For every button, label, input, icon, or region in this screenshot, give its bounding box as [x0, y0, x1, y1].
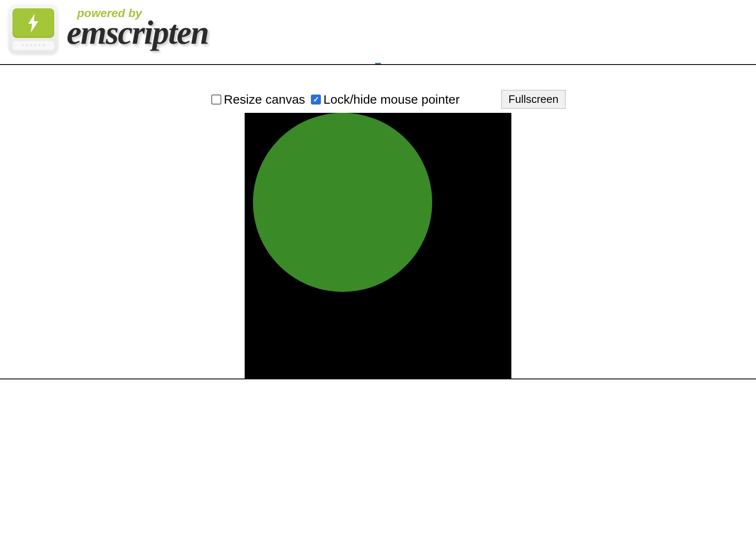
fullscreen-button[interactable]: Fullscreen [501, 90, 566, 109]
resize-canvas-label: Resize canvas [224, 92, 305, 107]
controls-bar: Resize canvas Lock/hide mouse pointer Fu… [190, 90, 566, 109]
resize-canvas-checkbox[interactable] [211, 95, 221, 105]
lock-pointer-control[interactable]: Lock/hide mouse pointer [311, 92, 460, 107]
canvas[interactable] [245, 113, 511, 379]
lock-pointer-label: Lock/hide mouse pointer [323, 92, 460, 107]
lightning-bolt-icon [26, 14, 41, 32]
center-link-anchor[interactable] [375, 63, 381, 64]
green-circle [253, 113, 432, 292]
emscripten-logo-icon [8, 4, 58, 54]
main-content: Resize canvas Lock/hide mouse pointer Fu… [0, 65, 756, 379]
logo-lightning-icon [13, 8, 54, 38]
resize-canvas-control[interactable]: Resize canvas [211, 92, 305, 107]
center-link [0, 58, 756, 63]
logo-keyboard-dots [13, 40, 54, 50]
logo-text: powered by emscripten [67, 7, 208, 52]
lock-pointer-checkbox[interactable] [311, 95, 321, 105]
header: powered by emscripten [0, 0, 756, 58]
brand-text: emscripten [67, 14, 208, 52]
